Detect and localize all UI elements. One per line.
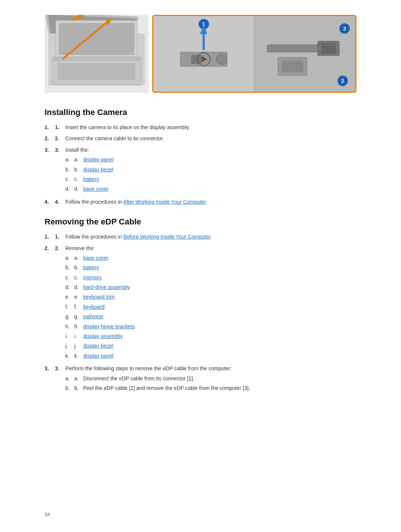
install-step-4-content: Follow the procedures in After Working I… [65, 198, 356, 206]
remove-sub-c: c. memory [65, 273, 356, 282]
edp-sub-step-a-text: Disconnect the eDP cable from its connec… [83, 374, 194, 382]
edp-step-2: 2. Remove the: a. base cover b. battery … [45, 244, 356, 362]
page-number: 34 [45, 512, 50, 517]
display-hinge-link-remove[interactable]: display-hinge brackets [83, 322, 135, 331]
install-step-1-text: Insert the camera to its place on the di… [65, 123, 356, 131]
detail-images: 1 2 3 [152, 15, 356, 93]
install-sub-d: d. base cover [65, 185, 356, 193]
hard-drive-link-remove[interactable]: hard-drive assembly [83, 283, 130, 291]
edp-sub-steps: a. Disconnect the eDP cable from its con… [65, 374, 356, 393]
install-step-3-text: Install the: [65, 147, 89, 153]
svg-point-9 [216, 54, 227, 65]
install-sub-b: b. display bezel [65, 165, 356, 174]
remove-sub-i: i. display assembly [65, 332, 356, 340]
display-bezel-link-remove[interactable]: display bezel [83, 342, 113, 350]
svg-rect-18 [281, 61, 303, 72]
removing-edp-title: Removing the eDP Cable [45, 217, 356, 227]
install-step-1: 1. Insert the camera to its place on the… [45, 123, 356, 131]
svg-rect-3 [59, 23, 134, 55]
after-working-link[interactable]: After Working Inside Your Computer [123, 199, 206, 205]
install-step-4-text-after: . [206, 199, 207, 205]
installing-camera-title: Installing the Camera [45, 108, 356, 117]
keyboard-link-remove[interactable]: keyboard [83, 303, 105, 311]
base-cover-link-install[interactable]: base cover [83, 185, 108, 193]
remove-sub-a: a. base cover [65, 254, 356, 262]
battery-link-remove[interactable]: battery [83, 263, 99, 272]
install-step-4: 4. Follow the procedures in After Workin… [45, 198, 356, 206]
edp-sub-step-a: a. Disconnect the eDP cable from its con… [65, 374, 356, 382]
install-step-4-text-before: Follow the procedures in [65, 199, 123, 205]
install-sub-c: c. battery [65, 175, 356, 183]
install-step-2-text: Connect the camera cable to its connecto… [65, 134, 356, 142]
display-assembly-link-remove[interactable]: display assembly [83, 332, 123, 340]
install-step-3-content: Install the: a. display panel b. display… [65, 146, 356, 195]
install-sub-list: a. display panel b. display bezel c. bat… [65, 155, 356, 193]
before-working-link[interactable]: Before Working Inside Your Computer [123, 234, 210, 240]
install-step-3: 3. Install the: a. display panel b. disp… [45, 146, 356, 195]
remove-sub-h: h. display-hinge brackets [65, 322, 356, 331]
detail-right-image: 2 3 [255, 16, 355, 92]
svg-rect-16 [321, 43, 336, 54]
svg-rect-8 [191, 55, 202, 64]
edp-step-1-text-before: Follow the procedures in [65, 234, 123, 240]
palmrest-link-remove[interactable]: palmrest [83, 312, 103, 321]
laptop-overview-image [45, 15, 149, 93]
remove-sub-f: f. keyboard [65, 303, 356, 311]
display-bezel-link-install[interactable]: display bezel [83, 165, 113, 174]
edp-step-1-text-after: . [210, 234, 212, 240]
detail-left-image: 1 [153, 16, 255, 92]
installing-camera-steps: 1. Insert the camera to its place on the… [45, 123, 356, 206]
edp-step-1-content: Follow the procedures in Before Working … [65, 233, 356, 241]
installing-camera-section: Installing the Camera 1. Insert the came… [45, 108, 356, 206]
edp-step-3: 3. Perform the following steps to remove… [45, 364, 356, 394]
removing-edp-section: Removing the eDP Cable 1. Follow the pro… [45, 217, 356, 394]
edp-sub-step-b: b. Peel the eDP cable [2] and remove the… [65, 384, 356, 392]
remove-sub-d: d. hard-drive assembly [65, 283, 356, 291]
battery-link-install[interactable]: battery [83, 175, 99, 183]
edp-step-2-content: Remove the: a. base cover b. battery c. … [65, 244, 356, 362]
remove-sub-list: a. base cover b. battery c. memory d. ha… [65, 254, 356, 360]
remove-sub-g: g. palmrest [65, 312, 356, 321]
edp-sub-step-b-text: Peel the eDP cable [2] and remove the eD… [83, 384, 250, 392]
svg-rect-1 [58, 63, 136, 80]
remove-sub-e: e. keyboard trim [65, 293, 356, 301]
diagram-section: 1 2 3 [45, 15, 356, 93]
remove-sub-b: b. battery [65, 263, 356, 272]
edp-step-3-text: Perform the following steps to remove th… [65, 365, 232, 371]
memory-link-remove[interactable]: memory [83, 273, 102, 282]
install-step-2: 2. Connect the camera cable to its conne… [45, 134, 356, 142]
display-panel-link-remove[interactable]: display panel [83, 352, 114, 360]
keyboard-trim-link-remove[interactable]: keyboard trim [83, 293, 115, 301]
svg-marker-13 [200, 25, 207, 34]
edp-step-3-content: Perform the following steps to remove th… [65, 364, 356, 394]
edp-step-1: 1. Follow the procedures in Before Worki… [45, 233, 356, 241]
base-cover-link-remove[interactable]: base cover [83, 254, 108, 262]
display-panel-link-install[interactable]: display panel [83, 155, 114, 164]
remove-sub-j: j. display bezel [65, 342, 356, 350]
install-sub-a: a. display panel [65, 155, 356, 164]
remove-sub-k: k. display panel [65, 352, 356, 360]
removing-edp-steps: 1. Follow the procedures in Before Worki… [45, 233, 356, 394]
edp-step-2-text: Remove the: [65, 245, 95, 251]
